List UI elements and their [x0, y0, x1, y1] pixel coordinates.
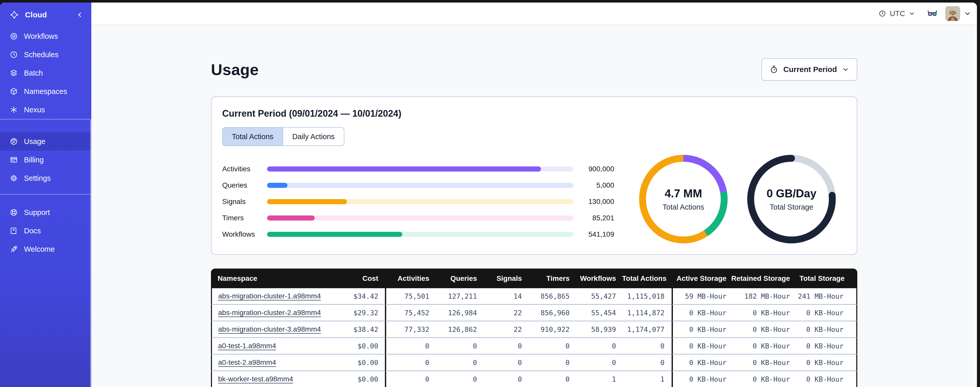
- namespace-link[interactable]: a0-test-1.a98mm4: [218, 342, 276, 350]
- column-header: Active Storage: [671, 269, 730, 288]
- chevron-down-icon: [908, 10, 915, 17]
- namespace-cell: abs-migration-cluster-3.a98mm4: [211, 321, 346, 338]
- usage-donut-charts: 4.7 MM Total Actions 0 GB/Day Total Stor…: [638, 154, 837, 244]
- sidebar-item-label: Billing: [24, 156, 44, 164]
- donut-label: Total Storage: [770, 203, 813, 211]
- value-cell: 0: [433, 371, 481, 387]
- value-cell: 0 KB-Hour: [794, 355, 857, 371]
- donut-value: 0 GB/Day: [767, 187, 816, 200]
- value-cell: 0: [385, 338, 433, 355]
- bar-fill: [267, 166, 541, 171]
- value-cell: 910,922: [526, 321, 574, 338]
- bar-track: [267, 183, 573, 188]
- bar-category-label: Queries: [222, 181, 267, 189]
- column-header: Total Actions: [620, 269, 671, 288]
- sidebar-item-label: Settings: [24, 174, 51, 182]
- table-row: abs-migration-cluster-2.a98mm4$29.3275,4…: [211, 305, 857, 321]
- value-cell: 241 MB-Hour: [794, 288, 857, 305]
- value-cell: 1,115,018: [620, 288, 671, 305]
- schedules-icon: [10, 51, 18, 59]
- column-header: Queries: [433, 269, 481, 288]
- sidebar-item-schedules[interactable]: Schedules: [0, 45, 91, 64]
- value-cell: 0: [433, 338, 481, 355]
- namespace-link[interactable]: abs-migration-cluster-1.a98mm4: [218, 292, 321, 300]
- panel-title: Current Period (09/01/2024 — 10/01/2024): [222, 108, 846, 119]
- namespace-cell: abs-migration-cluster-2.a98mm4: [211, 305, 346, 321]
- sidebar-scrollbar[interactable]: [90, 120, 91, 387]
- sidebar-item-support[interactable]: Support: [0, 203, 91, 222]
- sidebar-footer-group: Support Docs Welcome: [0, 203, 91, 258]
- sidebar-item-label: Nexus: [24, 106, 45, 114]
- column-header: Namespace: [211, 269, 346, 288]
- value-cell: 22: [481, 305, 526, 321]
- timezone-selector[interactable]: UTC: [878, 10, 915, 18]
- account-menu-chevron-icon[interactable]: [964, 10, 971, 18]
- bar-track: [267, 166, 573, 171]
- sidebar-item-docs[interactable]: Docs: [0, 222, 91, 240]
- bar-fill: [267, 216, 315, 221]
- value-cell: 0 KB-Hour: [671, 338, 730, 355]
- sidebar-account-group: Usage Billing Settings: [0, 132, 91, 187]
- value-cell: 59 MB-Hour: [671, 288, 730, 305]
- sidebar-item-settings[interactable]: Settings: [0, 169, 91, 187]
- tab-total-actions[interactable]: Total Actions: [223, 128, 283, 146]
- sidebar-item-billing[interactable]: Billing: [0, 150, 91, 169]
- feedback-glasses-button[interactable]: [927, 10, 938, 17]
- bar-value: 5,000: [573, 181, 614, 189]
- value-cell: 14: [481, 288, 526, 305]
- namespace-link[interactable]: abs-migration-cluster-2.a98mm4: [218, 309, 321, 317]
- value-cell: 0: [574, 338, 620, 355]
- batch-icon: [10, 69, 18, 77]
- sidebar-item-batch[interactable]: Batch: [0, 64, 91, 82]
- docs-book-icon: [10, 227, 18, 235]
- bar-track: [267, 216, 573, 221]
- value-cell: 856,865: [526, 288, 574, 305]
- sidebar-item-label: Support: [24, 208, 50, 217]
- value-cell: 58,939: [574, 321, 620, 338]
- bar-fill: [267, 183, 288, 188]
- value-cell: 1,114,872: [620, 305, 671, 321]
- namespace-usage-table: NamespaceCostActivitiesQueriesSignalsTim…: [211, 269, 857, 387]
- workflows-icon: [10, 32, 18, 40]
- period-selector-label: Current Period: [783, 65, 837, 74]
- sidebar-item-welcome[interactable]: Welcome: [0, 240, 91, 258]
- period-selector-button[interactable]: Current Period: [761, 58, 857, 81]
- tab-daily-actions[interactable]: Daily Actions: [283, 128, 344, 146]
- sidebar-item-label: Usage: [24, 138, 45, 146]
- sidebar: Cloud Workflows Schedules: [0, 3, 91, 387]
- bar-value: 541,109: [573, 230, 614, 238]
- value-cell: 22: [481, 321, 526, 338]
- sidebar-item-label: Namespaces: [24, 87, 67, 96]
- value-cell: 0 KB-Hour: [730, 355, 794, 371]
- sidebar-divider: [0, 119, 91, 120]
- value-cell: 0 KB-Hour: [671, 305, 730, 321]
- namespace-cell: abs-migration-cluster-1.a98mm4: [211, 288, 346, 305]
- namespace-link[interactable]: abs-migration-cluster-3.a98mm4: [218, 325, 321, 333]
- value-cell: 1: [574, 371, 620, 387]
- value-cell: 0 KB-Hour: [671, 355, 730, 371]
- namespace-link[interactable]: bk-worker-test.a98mm4: [218, 375, 293, 383]
- sidebar-item-nexus[interactable]: Nexus: [0, 101, 91, 119]
- collapse-sidebar-icon[interactable]: [76, 11, 84, 19]
- chevron-down-icon: [842, 66, 849, 73]
- value-cell: 182 MB-Hour: [730, 288, 794, 305]
- bar-row: Workflows541,109: [222, 226, 614, 243]
- column-header: Signals: [481, 269, 526, 288]
- sidebar-item-namespaces[interactable]: Namespaces: [0, 82, 91, 101]
- brand-header: Cloud: [0, 3, 91, 27]
- value-cell: 126,984: [433, 305, 481, 321]
- namespace-link[interactable]: a0-test-2.a98mm4: [218, 358, 276, 366]
- value-cell: 126,862: [433, 321, 481, 338]
- value-cell: 0 KB-Hour: [794, 371, 857, 387]
- bar-value: 85,201: [573, 214, 614, 222]
- donut-center: 0 GB/Day Total Storage: [747, 154, 837, 244]
- nexus-icon: [10, 106, 18, 114]
- bar-track: [267, 232, 573, 237]
- sidebar-item-usage[interactable]: Usage: [0, 132, 91, 150]
- sidebar-item-label: Schedules: [24, 51, 59, 59]
- user-avatar[interactable]: [945, 6, 960, 21]
- sidebar-item-workflows[interactable]: Workflows: [0, 27, 91, 45]
- main-area: UTC: [91, 3, 977, 387]
- value-cell: 0 KB-Hour: [671, 321, 730, 338]
- bar-category-label: Workflows: [222, 230, 267, 238]
